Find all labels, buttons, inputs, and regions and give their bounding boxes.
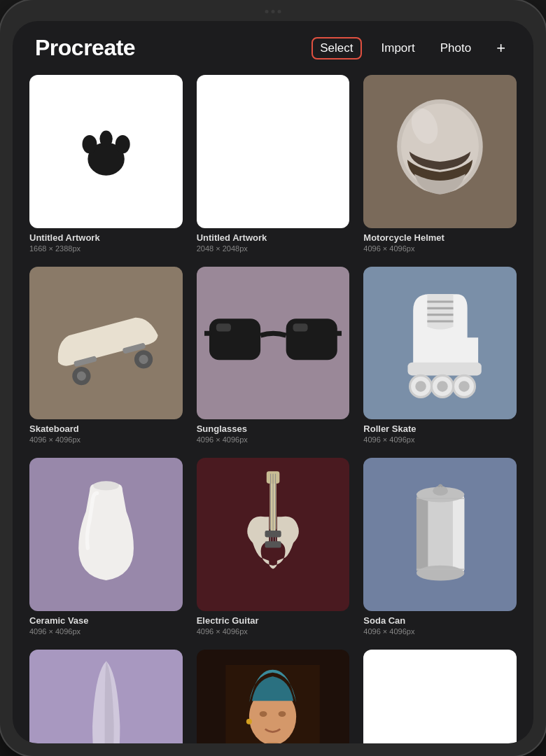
list-item[interactable]: Motorcycle Helmet 4096 × 4096px xyxy=(363,75,517,253)
list-item[interactable]: Sunglasses 4096 × 4096px xyxy=(197,267,350,444)
tablet-screen: Procreate Select Import Photo + xyxy=(13,21,533,743)
artwork-title: Untitled Artwork xyxy=(29,232,183,243)
artwork-title: Untitled Artwork xyxy=(197,232,350,243)
paw-icon xyxy=(60,106,152,197)
can-icon xyxy=(398,477,482,592)
sunglasses-icon xyxy=(204,274,342,412)
list-item[interactable]: Untitled Artwork 2048 × 2048px xyxy=(363,650,517,743)
svg-point-30 xyxy=(93,482,119,491)
artwork-title: Roller Skate xyxy=(363,424,517,434)
artwork-thumbnail xyxy=(197,650,350,743)
photo-button[interactable]: Photo xyxy=(435,38,477,58)
svg-point-27 xyxy=(415,381,426,391)
svg-point-50 xyxy=(279,711,286,717)
artwork-title: Soda Can xyxy=(363,615,517,626)
artwork-title: Skateboard xyxy=(29,424,183,434)
artwork-info: Soda Can 4096 × 4096px xyxy=(363,615,517,636)
import-button[interactable]: Import xyxy=(376,38,421,58)
artwork-thumbnail xyxy=(29,650,183,743)
artwork-dims: 4096 × 4096px xyxy=(197,435,350,444)
artwork-dims: 2048 × 2048px xyxy=(197,244,350,253)
svg-point-43 xyxy=(416,565,463,580)
camera-indicator xyxy=(265,10,281,13)
gallery-scroll[interactable]: Untitled Artwork 1668 × 2388px Untitled … xyxy=(13,69,533,743)
svg-point-51 xyxy=(246,719,252,724)
svg-rect-40 xyxy=(452,494,463,573)
add-button[interactable]: + xyxy=(491,36,511,60)
list-item[interactable]: Untitled Artwork 2048 × 2048px xyxy=(197,650,350,743)
list-item[interactable]: Roller Skate 4096 × 4096px xyxy=(363,267,517,444)
artwork-thumbnail xyxy=(363,650,517,743)
roller-skate-icon xyxy=(375,278,505,408)
artwork-info: Untitled Artwork 2048 × 2048px xyxy=(197,232,350,253)
svg-point-42 xyxy=(433,486,448,496)
guitar-icon xyxy=(223,470,323,600)
tablet-frame: Procreate Select Import Photo + xyxy=(0,0,546,756)
app-title: Procreate xyxy=(35,35,135,61)
svg-point-3 xyxy=(99,130,112,147)
list-item[interactable]: Electric Guitar 4096 × 4096px xyxy=(197,458,350,636)
svg-rect-39 xyxy=(416,494,427,573)
artwork-dims: 4096 × 4096px xyxy=(363,435,517,444)
artwork-thumbnail xyxy=(363,75,517,228)
artwork-thumbnail xyxy=(197,75,350,228)
artwork-thumbnail xyxy=(363,267,517,420)
list-item[interactable]: Untitled Artwork 2048 × 2048px xyxy=(197,75,350,253)
artwork-info: Untitled Artwork 1668 × 2388px xyxy=(29,232,183,253)
select-button[interactable]: Select xyxy=(312,37,361,59)
artwork-thumbnail xyxy=(197,267,350,420)
artwork-thumbnail xyxy=(197,458,350,611)
gallery-grid: Untitled Artwork 1668 × 2388px Untitled … xyxy=(29,75,517,743)
artwork-info: Skateboard 4096 × 4096px xyxy=(29,424,183,444)
svg-rect-37 xyxy=(265,541,281,547)
list-item[interactable]: Soda Can 4096 × 4096px xyxy=(363,458,517,636)
artwork-dims: 4096 × 4096px xyxy=(363,627,517,636)
header: Procreate Select Import Photo + xyxy=(13,21,533,69)
svg-rect-23 xyxy=(407,363,481,376)
svg-rect-17 xyxy=(216,323,230,331)
list-item[interactable]: Skateboard 4096 × 4096px xyxy=(29,267,183,444)
svg-rect-36 xyxy=(265,531,281,537)
svg-point-28 xyxy=(437,381,447,391)
artwork-thumbnail xyxy=(29,458,183,611)
artwork-dims: 4096 × 4096px xyxy=(29,435,183,444)
svg-point-2 xyxy=(115,135,130,153)
artwork-info: Electric Guitar 4096 × 4096px xyxy=(197,615,350,636)
skateboard-icon xyxy=(37,274,175,412)
artwork-dims: 4096 × 4096px xyxy=(29,627,183,636)
list-item[interactable]: Untitled Artwork 1668 × 2388px xyxy=(29,75,183,253)
artwork-thumbnail xyxy=(29,75,183,228)
artwork-info: Motorcycle Helmet 4096 × 4096px xyxy=(363,232,517,253)
artwork-title: Motorcycle Helmet xyxy=(363,232,517,243)
artwork-info: Ceramic Vase 4096 × 4096px xyxy=(29,615,183,636)
svg-rect-18 xyxy=(293,323,307,331)
svg-point-1 xyxy=(82,135,97,153)
artwork-title: Sunglasses xyxy=(197,424,350,434)
artwork-info: Sunglasses 4096 × 4096px xyxy=(197,424,350,444)
artwork-dims: 4096 × 4096px xyxy=(363,244,517,253)
artwork-title: Electric Guitar xyxy=(197,615,350,626)
artwork-dims: 4096 × 4096px xyxy=(197,627,350,636)
artwork-thumbnail xyxy=(29,267,183,420)
artwork-title: Ceramic Vase xyxy=(29,615,183,626)
svg-point-49 xyxy=(260,711,267,717)
artwork-dims: 1668 × 2388px xyxy=(29,244,183,253)
surfboard-icon xyxy=(76,657,136,743)
svg-point-29 xyxy=(458,381,469,391)
helmet-icon xyxy=(379,90,501,213)
artwork-thumbnail xyxy=(363,458,517,611)
vase-icon xyxy=(60,473,152,596)
list-item[interactable]: Ceramic Vase 4096 × 4096px xyxy=(29,458,183,636)
list-item[interactable]: Surfboard 4096 × 4096px xyxy=(29,650,183,743)
header-actions: Select Import Photo + xyxy=(312,36,511,60)
artwork-info: Roller Skate 4096 × 4096px xyxy=(363,424,517,444)
portrait-icon xyxy=(219,665,326,743)
